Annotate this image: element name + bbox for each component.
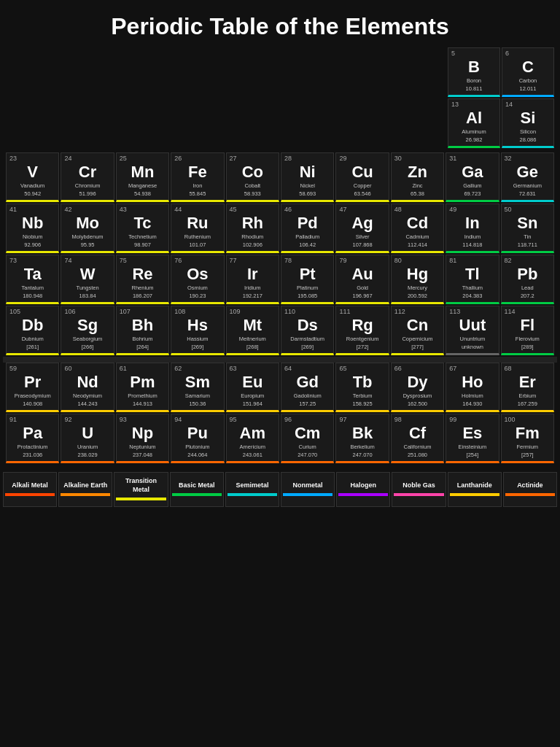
element-es[interactable]: 99EsEinsteinium[254] <box>446 414 499 463</box>
atomic-mass: 186.207 <box>133 293 152 301</box>
element-cr[interactable]: 24CrChromium51.996 <box>61 152 114 202</box>
element-fe[interactable]: 26FeIron55.845 <box>171 152 224 202</box>
element-ta[interactable]: 73TaTantalum180.948 <box>6 255 59 304</box>
element-rg[interactable]: 111RgRoentgenium[272] <box>335 306 389 355</box>
element-pa[interactable]: 91PaProtactinium231.036 <box>6 414 59 463</box>
element-co[interactable]: 27CoCobalt58.933 <box>226 152 279 202</box>
legend-item-halogen: Halogen <box>336 472 390 507</box>
atomic-mass: 158.925 <box>353 400 373 409</box>
element-cn[interactable]: 112CnCopernicium[277] <box>391 306 444 355</box>
element-bk[interactable]: 97BkBerkelium247.070 <box>335 414 389 463</box>
element-cu[interactable]: 29CuCopper63.546 <box>335 152 389 202</box>
element-mo[interactable]: 42MoMolybdenum95.95 <box>61 204 114 253</box>
element-am[interactable]: 95AmAmericium243.061 <box>226 414 279 463</box>
element-np[interactable]: 93NpNeptunium237.048 <box>116 414 169 463</box>
element-os[interactable]: 76OsOsmium190.23 <box>171 255 224 304</box>
element-symbol: Pa <box>23 425 42 442</box>
element-gd[interactable]: 64GdGadolinium157.25 <box>281 363 334 412</box>
element-sn[interactable]: 50SnTin118.711 <box>501 204 554 253</box>
element-ru[interactable]: 44RuRuthenium101.07 <box>171 204 224 253</box>
element-name: Copernicium <box>402 336 432 342</box>
element-name: Rhodium <box>241 233 263 240</box>
element-v[interactable]: 23VVanadium50.942 <box>6 152 59 202</box>
element-tc[interactable]: 43TcTechnetium98.907 <box>116 204 169 253</box>
element-rh[interactable]: 45RhRhodium102.906 <box>226 204 279 253</box>
element-pu[interactable]: 94PuPlutonium244.064 <box>171 414 224 463</box>
element-name: Gold <box>357 285 368 291</box>
element-db[interactable]: 105DbDubnium[261] <box>6 306 59 355</box>
element-c[interactable]: 6CCarbon12.011 <box>502 47 554 97</box>
element-name: Niobium <box>23 233 43 240</box>
element-symbol: Ni <box>300 163 316 181</box>
element-symbol: Mo <box>76 214 99 232</box>
element-mn[interactable]: 25MnManganese54.938 <box>116 152 169 202</box>
element-symbol: Hg <box>407 266 428 283</box>
element-uut[interactable]: 113UutUnuntriumunknown <box>446 306 499 355</box>
legend-label: Alkali Metal <box>12 481 48 490</box>
element-nd[interactable]: 60NdNeodymium144.243 <box>61 363 114 412</box>
element-au[interactable]: 79AuGold196.967 <box>335 255 389 304</box>
legend-label: Alkaline Earth <box>63 481 107 490</box>
element-sm[interactable]: 62SmSamarium150.36 <box>171 363 224 412</box>
element-symbol: Gd <box>296 374 319 391</box>
element-b[interactable]: 5BBoron10.811 <box>448 47 500 97</box>
element-symbol: Fl <box>521 317 535 334</box>
atomic-mass: 204.383 <box>462 293 482 301</box>
element-name: Germanium <box>513 182 542 189</box>
element-pb[interactable]: 82PbLead207.2 <box>501 255 554 304</box>
element-er[interactable]: 68ErErbium167.259 <box>501 363 554 412</box>
element-in[interactable]: 49InIndium114.818 <box>446 204 499 253</box>
element-name: Plutonium <box>185 444 209 450</box>
element-name: Zinc <box>412 182 422 189</box>
element-fl[interactable]: 114FlFlerovium[289] <box>501 306 554 355</box>
element-dy[interactable]: 66DyDysprosium162.500 <box>391 363 444 412</box>
element-al[interactable]: 13AlAluminum26.982 <box>448 98 500 148</box>
element-w[interactable]: 74WTungsten183.84 <box>61 255 114 304</box>
element-cm[interactable]: 96CmCurium247.070 <box>281 414 334 463</box>
element-hs[interactable]: 108HsHassium[269] <box>171 306 224 355</box>
atomic-mass: 69.723 <box>464 190 481 198</box>
element-hg[interactable]: 80HgMercury200.592 <box>391 255 444 304</box>
element-symbol: Pt <box>300 266 316 283</box>
element-u[interactable]: 92UUranium238.029 <box>61 414 114 463</box>
element-ge[interactable]: 32GeGermanium72.631 <box>501 152 554 202</box>
element-mt[interactable]: 109MtMeitnerium[268] <box>226 306 279 355</box>
element-ni[interactable]: 28NiNickel58.693 <box>281 152 334 202</box>
element-zn[interactable]: 30ZnZinc65.38 <box>391 152 444 202</box>
atomic-mass: 106.42 <box>299 241 316 249</box>
element-sg[interactable]: 106SgSeaborgium[266] <box>61 306 114 355</box>
legend-label: Noble Gas <box>402 481 435 490</box>
element-name: Manganese <box>128 182 157 189</box>
element-tb[interactable]: 65TbTerbium158.925 <box>335 363 389 412</box>
element-symbol: Es <box>462 425 482 442</box>
element-ho[interactable]: 67HoHolmium164.930 <box>446 363 499 412</box>
element-eu[interactable]: 63EuEuropium151.964 <box>226 363 279 412</box>
element-pr[interactable]: 59PrPraseodymium140.908 <box>6 363 59 412</box>
legend-color-bar <box>283 493 332 496</box>
element-nb[interactable]: 41NbNiobium92.906 <box>6 204 59 253</box>
element-fm[interactable]: 100FmFermium[257] <box>501 414 554 463</box>
element-re[interactable]: 75ReRhenium186.207 <box>116 255 169 304</box>
element-tl[interactable]: 81TlThallium204.383 <box>446 255 499 304</box>
element-pd[interactable]: 46PdPalladium106.42 <box>281 204 334 253</box>
element-pt[interactable]: 78PtPlatinum195.085 <box>281 255 334 304</box>
atomic-number: 31 <box>447 155 456 163</box>
element-cf[interactable]: 98CfCalifornium251.080 <box>391 414 444 463</box>
atomic-number: 6 <box>503 50 509 58</box>
element-bh[interactable]: 107BhBohrium[264] <box>116 306 169 355</box>
element-pm[interactable]: 61PmPromethium144.913 <box>116 363 169 412</box>
element-ds[interactable]: 110DsDarmstadtium[269] <box>281 306 334 355</box>
element-ir[interactable]: 77IrIridium192.217 <box>226 255 279 304</box>
atomic-number: 93 <box>117 416 127 424</box>
element-ag[interactable]: 47AgSilver107.868 <box>335 204 389 253</box>
element-name: Seaborgium <box>73 336 102 342</box>
element-symbol: Pm <box>130 374 155 391</box>
element-cd[interactable]: 48CdCadmium112.414 <box>391 204 444 253</box>
element-symbol: Ag <box>351 214 373 232</box>
atomic-mass: [268] <box>246 344 259 352</box>
element-ga[interactable]: 31GaGallium69.723 <box>446 152 499 202</box>
element-symbol: Nb <box>22 214 43 232</box>
element-symbol: Tc <box>133 214 151 232</box>
element-name: Praseodymium <box>15 392 51 399</box>
element-si[interactable]: 14SiSilicon28.086 <box>502 98 554 148</box>
